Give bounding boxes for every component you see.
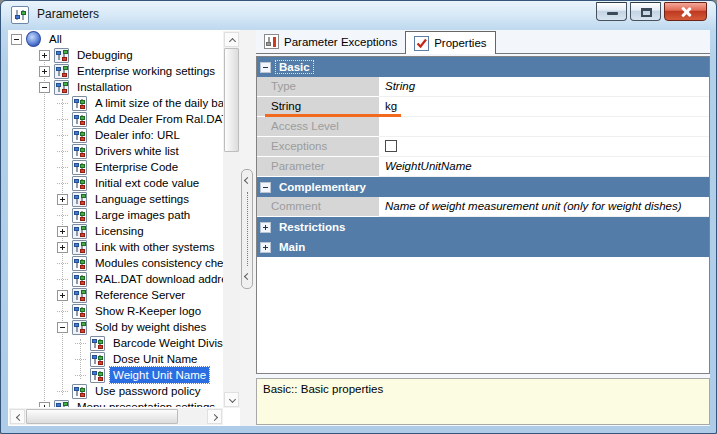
group-icon <box>54 80 69 95</box>
collapse-icon[interactable] <box>260 182 271 193</box>
splitter-collapse-handle[interactable] <box>241 169 253 289</box>
group-icon <box>54 48 69 63</box>
collapse-icon[interactable] <box>39 82 50 93</box>
tree-item[interactable]: Menu presentation settings <box>9 399 223 407</box>
tree-item[interactable]: Add Dealer From Ral.DAT <box>9 111 223 127</box>
tab-parameter-exceptions[interactable]: Parameter Exceptions <box>256 30 405 53</box>
category-row[interactable]: Complementary <box>257 177 709 197</box>
property-row[interactable]: Stringkg <box>257 97 709 117</box>
tab-label: Properties <box>434 37 486 49</box>
tree-item[interactable]: Barcode Weight Divisor <box>9 335 223 351</box>
expand-icon[interactable] <box>57 194 68 205</box>
category-label: Basic <box>276 61 313 73</box>
param-icon <box>90 368 105 383</box>
tree-item-label: Installation <box>74 79 135 95</box>
category-label: Complementary <box>276 181 369 193</box>
collapse-icon[interactable] <box>260 62 271 73</box>
tab-label: Parameter Exceptions <box>284 36 397 48</box>
collapse-icon[interactable] <box>11 34 22 45</box>
collapse-left-icon <box>244 177 251 184</box>
category-row[interactable]: Basic <box>257 57 709 77</box>
expand-icon[interactable] <box>57 226 68 237</box>
tree-item[interactable]: Modules consistency check <box>9 255 223 271</box>
expand-icon[interactable] <box>39 50 50 61</box>
expand-icon[interactable] <box>260 222 271 233</box>
tree-vertical-scrollbar[interactable] <box>223 31 240 408</box>
tree-item[interactable]: RAL.DAT download addres <box>9 271 223 287</box>
minimize-button[interactable] <box>596 2 627 21</box>
param-icon <box>72 128 87 143</box>
category-row[interactable]: Restrictions <box>257 217 709 237</box>
scroll-left-button[interactable] <box>10 409 25 424</box>
tree-item[interactable]: Large images path <box>9 207 223 223</box>
group-icon <box>72 224 87 239</box>
tree-item[interactable]: Language settings <box>9 191 223 207</box>
tree-item[interactable]: Drivers white list <box>9 143 223 159</box>
tree-item[interactable]: Enterprise working settings <box>9 63 223 79</box>
tree-item[interactable]: Show R-Keeper logo <box>9 303 223 319</box>
property-label: Parameter <box>257 157 379 177</box>
tab-properties[interactable]: Properties <box>405 31 495 54</box>
tree-item-label: Add Dealer From Ral.DAT <box>92 111 223 127</box>
expand-icon[interactable] <box>57 242 68 253</box>
tree-item[interactable]: Link with other systems <box>9 239 223 255</box>
scroll-up-button[interactable] <box>224 32 239 47</box>
tree-item-label: Initial ext code value <box>92 175 202 191</box>
tree-item[interactable]: Use password policy <box>9 383 223 399</box>
property-row[interactable]: CommentName of weight measurement unit (… <box>257 197 709 217</box>
property-value[interactable]: String <box>379 77 709 97</box>
parameter-tree: AllDebuggingEnterprise working settingsI… <box>9 31 223 407</box>
tree-item-label: A limit size of the daily base <box>92 95 223 111</box>
properties-panel: Parameter Exceptions Properties BasicTyp… <box>256 30 710 426</box>
sliders-icon <box>264 34 279 49</box>
collapse-icon[interactable] <box>57 322 68 333</box>
tree-item[interactable]: A limit size of the daily base <box>9 95 223 111</box>
property-value[interactable] <box>379 117 709 137</box>
maximize-button[interactable] <box>630 2 661 21</box>
tree-item[interactable]: Sold by weight dishes <box>9 319 223 335</box>
vertical-scroll-thumb[interactable] <box>224 48 239 152</box>
property-value[interactable]: Name of weight measurement unit (only fo… <box>379 197 709 217</box>
exceptions-checkbox[interactable] <box>385 140 397 152</box>
property-value[interactable]: kg <box>379 97 709 117</box>
tree-item[interactable]: Weight Unit Name <box>9 367 223 383</box>
tree-item[interactable]: All <box>9 31 223 47</box>
property-row[interactable]: Exceptions <box>257 137 709 157</box>
property-row[interactable]: ParameterWeightUnitName <box>257 157 709 177</box>
scroll-right-button[interactable] <box>207 409 222 424</box>
tree-item[interactable]: Initial ext code value <box>9 175 223 191</box>
tree-item[interactable]: Reference Server <box>9 287 223 303</box>
group-icon <box>72 288 87 303</box>
tree-item[interactable]: Debugging <box>9 47 223 63</box>
horizontal-scroll-thumb[interactable] <box>26 409 178 424</box>
title-bar[interactable]: Parameters <box>1 1 716 29</box>
tree-item-label: Dealer info: URL <box>92 127 183 143</box>
group-icon <box>72 240 87 255</box>
property-row[interactable]: Access Level <box>257 117 709 137</box>
property-value[interactable]: WeightUnitName <box>379 157 709 177</box>
tree-item[interactable]: Dose Unit Name <box>9 351 223 367</box>
tree-item[interactable]: Installation <box>9 79 223 95</box>
property-value[interactable] <box>379 137 709 157</box>
close-icon <box>680 6 692 18</box>
tree-guide-line <box>80 339 81 379</box>
tree-item-label: RAL.DAT download addres <box>92 271 223 287</box>
panel-splitter[interactable] <box>240 30 256 426</box>
tree-item[interactable]: Licensing <box>9 223 223 239</box>
close-button[interactable] <box>664 2 707 21</box>
category-row[interactable]: Main <box>257 237 709 257</box>
scroll-down-button[interactable] <box>224 392 239 407</box>
checkbox-icon <box>414 36 429 51</box>
expand-icon[interactable] <box>39 402 50 408</box>
tree-item[interactable]: Enterprise Code <box>9 159 223 175</box>
expand-icon[interactable] <box>260 242 271 253</box>
property-row[interactable]: TypeString <box>257 77 709 97</box>
expand-icon[interactable] <box>57 290 68 301</box>
tree-item[interactable]: Dealer info: URL <box>9 127 223 143</box>
param-icon <box>72 112 87 127</box>
collapse-left-icon <box>244 273 251 280</box>
tree-horizontal-scrollbar[interactable] <box>9 408 223 425</box>
expand-icon[interactable] <box>39 66 50 77</box>
param-icon <box>72 208 87 223</box>
window-title: Parameters <box>37 1 99 29</box>
